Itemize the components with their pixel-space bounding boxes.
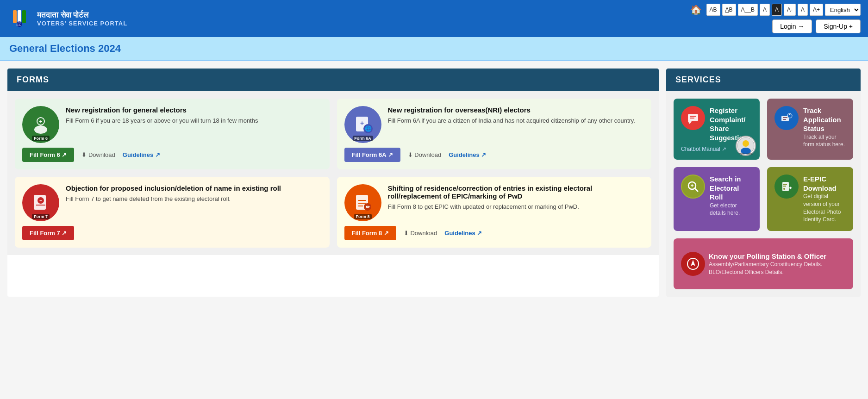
fill-form6a-button[interactable]: Fill Form 6A ↗ — [344, 148, 400, 162]
polling-title: Know your Polling Station & Officer — [709, 252, 846, 261]
form6a-info: New registration for overseas(NRI) elect… — [388, 106, 644, 125]
language-select[interactable]: English हिंदी — [825, 4, 861, 16]
epic-inner: E-EPIC Download Get digital version of y… — [774, 175, 846, 224]
font-increase-button[interactable]: A+ — [810, 4, 823, 16]
form8-top: ✏ Form 8 Shifting of residence/correctio… — [344, 184, 644, 221]
epic-svg — [780, 180, 793, 193]
electoral-roll-icon — [681, 175, 705, 199]
epic-card[interactable]: E-EPIC Download Get digital version of y… — [767, 167, 853, 231]
fill-form8-button[interactable]: Fill Form 8 ↗ — [344, 226, 396, 240]
svg-rect-1 — [13, 10, 17, 23]
form6-title: New registration for general electors — [66, 106, 322, 114]
form8-download-link[interactable]: ⬇ Download — [404, 230, 437, 237]
form7-actions: Fill Form 7 ↗ — [22, 226, 322, 240]
font-ab-underline-button[interactable]: AB — [722, 4, 736, 16]
font-spacing-button[interactable]: A__B — [738, 4, 758, 16]
electoral-roll-card[interactable]: Search in Electoral Roll Get elector det… — [674, 167, 760, 231]
svg-rect-26 — [690, 116, 696, 117]
complaint-svg — [686, 111, 700, 125]
portal-english-title: VOTERS' SERVICE PORTAL — [37, 20, 127, 27]
svg-marker-25 — [688, 121, 692, 124]
form8-desc: Fill Form 8 to get EPIC with updated or … — [388, 203, 644, 211]
svg-rect-43 — [783, 186, 786, 187]
form6a-desc: Fill Form 6A if you are a citizen of Ind… — [388, 117, 644, 125]
form6-icon: + Form 6 — [22, 106, 59, 143]
form6a-download-link[interactable]: ⬇ Download — [408, 151, 441, 158]
font-decrease-button[interactable]: A- — [784, 4, 796, 16]
font-reset-button[interactable]: A — [798, 4, 808, 16]
polling-icon — [681, 252, 705, 276]
electoral-roll-svg — [686, 180, 700, 193]
form6-info: New registration for general electors Fi… — [66, 106, 322, 125]
complaint-card[interactable]: Register Complaint/ Share Suggestion Cha… — [674, 99, 760, 160]
form6a-icon: + 🌐 Form 6A — [344, 106, 381, 143]
svg-point-49 — [692, 262, 694, 265]
polling-text: Know your Polling Station & Officer Asse… — [709, 252, 846, 276]
svg-text:+: + — [360, 119, 363, 127]
font-ab-button[interactable]: AB — [706, 4, 720, 16]
polling-svg — [686, 257, 700, 271]
form8-card: ✏ Form 8 Shifting of residence/correctio… — [337, 177, 652, 248]
services-grid: Register Complaint/ Share Suggestion Cha… — [666, 91, 861, 297]
form6a-icon-wrap: + 🌐 Form 6A — [344, 106, 381, 143]
epic-title: E-EPIC Download — [803, 175, 846, 193]
election-banner-text: General Elections 2024 — [9, 43, 121, 54]
home-button[interactable]: 🏠 — [687, 4, 705, 16]
form7-top: – Form 7 Objection for proposed inclusio… — [22, 184, 322, 221]
track-icon — [774, 106, 799, 130]
logo-icon: ECI — [7, 6, 31, 31]
form8-icon-wrap: ✏ Form 8 — [344, 184, 381, 221]
fill-form6-button[interactable]: Fill Form 6 ↗ — [22, 148, 74, 162]
form6a-svg-icon: + 🌐 — [351, 113, 375, 136]
portal-title: मतदाता सेवा पोर्टल VOTERS' SERVICE PORTA… — [37, 11, 127, 27]
form7-icon: – Form 7 — [22, 184, 59, 221]
svg-rect-36 — [783, 119, 786, 120]
svg-text:Voter Mitra: Voter Mitra — [739, 152, 753, 155]
form8-svg-icon: ✏ — [351, 191, 375, 214]
svg-rect-35 — [783, 117, 787, 118]
header-right: 🏠 AB AB A__B A A A- A A+ English हिंदी L… — [687, 4, 861, 33]
svg-text:✏: ✏ — [365, 204, 370, 210]
form6a-card: + 🌐 Form 6A New registration for oversea… — [337, 99, 652, 169]
svg-point-44 — [783, 188, 785, 190]
form8-info: Shifting of residence/correction of entr… — [388, 184, 644, 211]
form8-guidelines-link[interactable]: Guidelines ↗ — [444, 230, 482, 237]
svg-text:–: – — [39, 198, 42, 203]
form6-download-link[interactable]: ⬇ Download — [81, 151, 115, 158]
electoral-roll-title: Search in Electoral Roll — [710, 175, 752, 202]
svg-point-7 — [34, 125, 47, 134]
main-content: FORMS + Form 6 — [0, 61, 868, 304]
svg-rect-3 — [22, 10, 26, 23]
svg-text:ECI: ECI — [16, 23, 22, 27]
form8-badge: Form 8 — [354, 214, 371, 219]
form6a-guidelines-link[interactable]: Guidelines ↗ — [449, 151, 486, 158]
forms-grid: + Form 6 New registration for general el… — [7, 91, 659, 255]
font-normal-button[interactable]: A — [760, 4, 770, 16]
chatbot-avatar: Voter Mitra — [736, 136, 756, 156]
complaint-icon — [681, 106, 705, 130]
form6a-top: + 🌐 Form 6A New registration for oversea… — [344, 106, 644, 143]
svg-text:+: + — [39, 118, 42, 125]
font-contrast-button[interactable]: A — [772, 4, 782, 16]
election-banner: General Elections 2024 — [0, 37, 868, 61]
track-text: Track Application Status Track all your … — [803, 106, 846, 149]
track-title: Track Application Status — [803, 106, 846, 133]
polling-card[interactable]: Know your Polling Station & Officer Asse… — [674, 238, 853, 289]
svg-line-38 — [695, 188, 698, 192]
polling-desc1: Assembly/Parliamentary Constituency Deta… — [709, 261, 846, 268]
svg-rect-42 — [783, 184, 787, 185]
forms-section: FORMS + Form 6 — [7, 69, 659, 297]
signup-button[interactable]: Sign-Up + — [816, 19, 861, 33]
form6a-badge: Form 6A — [352, 136, 373, 141]
form6-top: + Form 6 New registration for general el… — [22, 106, 322, 143]
form7-badge: Form 7 — [32, 214, 50, 219]
electoral-roll-text: Search in Electoral Roll Get elector det… — [710, 175, 752, 217]
track-card[interactable]: Track Application Status Track all your … — [767, 99, 853, 160]
form6-guidelines-link[interactable]: Guidelines ↗ — [123, 151, 160, 158]
epic-icon — [774, 175, 799, 199]
form6-actions: Fill Form 6 ↗ ⬇ Download Guidelines ↗ — [22, 148, 322, 162]
form6a-actions: Fill Form 6A ↗ ⬇ Download Guidelines ↗ — [344, 148, 644, 162]
login-button[interactable]: Login → — [772, 19, 812, 33]
fill-form7-button[interactable]: Fill Form 7 ↗ — [22, 226, 74, 240]
electoral-roll-inner: Search in Electoral Roll Get elector det… — [681, 175, 752, 217]
